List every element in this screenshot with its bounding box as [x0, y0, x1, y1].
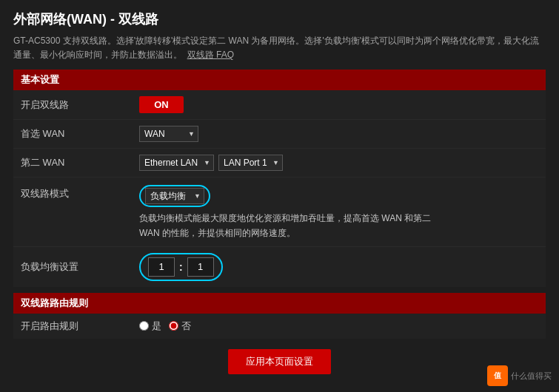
load-balance-control: :: [139, 253, 538, 281]
ratio-colon: :: [179, 261, 183, 273]
secondary-wan-port-select[interactable]: LAN Port 1 LAN Port 2 LAN Port 3: [218, 155, 283, 171]
enable-routing-control: 是 否: [139, 320, 538, 333]
basic-settings-body: 开启双线路 ON 首选 WAN WAN WAN2 第二 WAN: [13, 90, 546, 286]
page-title: 外部网络(WAN) - 双线路: [13, 10, 546, 28]
primary-wan-select[interactable]: WAN WAN2: [139, 126, 198, 142]
apply-button[interactable]: 应用本页面设置: [228, 349, 331, 374]
routing-radio-group: 是 否: [139, 320, 191, 333]
load-balance-label: 负载均衡设置: [21, 260, 139, 274]
watermark-icon: 值: [487, 365, 508, 386]
secondary-wan-control: Ethernet LAN USB LAN Port 1 LAN Port 2 L…: [139, 155, 538, 171]
routing-no-text: 否: [181, 320, 191, 333]
primary-wan-label: 首选 WAN: [21, 127, 139, 141]
enable-dual-wan-control: ON: [139, 96, 538, 113]
enable-dual-wan-label: 开启双线路: [21, 98, 139, 112]
dual-wan-mode-label: 双线路模式: [21, 185, 139, 200]
primary-wan-control: WAN WAN2: [139, 126, 538, 142]
primary-wan-select-wrapper: WAN WAN2: [139, 126, 198, 142]
toggle-on-button[interactable]: ON: [139, 96, 184, 113]
routing-no-radio[interactable]: [169, 321, 178, 331]
mode-select-highlight: 负载均衡 故障转移: [139, 185, 450, 207]
enable-routing-row: 开启路由规则 是 否: [13, 314, 546, 339]
faq-link[interactable]: 双线路 FAQ: [187, 50, 234, 60]
dual-wan-mode-control: 负载均衡 故障转移 负载均衡模式能最大限度地优化资源和增加吞吐量，提高首选 WA…: [139, 185, 538, 240]
secondary-wan-row: 第二 WAN Ethernet LAN USB LAN Port 1 LAN P…: [13, 149, 546, 178]
dual-mode-control: 负载均衡 故障转移 负载均衡模式能最大限度地优化资源和增加吞吐量，提高首选 WA…: [139, 185, 450, 240]
secondary-wan-type-wrapper: Ethernet LAN USB: [139, 155, 214, 171]
routing-rules-header: 双线路路由规则: [13, 293, 546, 314]
ratio-input-1[interactable]: [148, 257, 175, 277]
routing-yes-text: 是: [152, 320, 161, 333]
routing-no-label[interactable]: 否: [169, 320, 191, 333]
secondary-wan-type-select[interactable]: Ethernet LAN USB: [139, 155, 214, 171]
enable-routing-label: 开启路由规则: [21, 320, 139, 333]
page-container: 外部网络(WAN) - 双线路 GT-AC5300 支持双线路。选择'故障转移'…: [0, 0, 559, 392]
description: GT-AC5300 支持双线路。选择'故障转移'模式设定第二 WAN 为备用网络…: [13, 34, 546, 62]
secondary-wan-label: 第二 WAN: [21, 156, 139, 169]
routing-rules-body: 开启路由规则 是 否: [13, 314, 546, 339]
load-balance-row: 负载均衡设置 :: [13, 247, 546, 287]
routing-yes-radio[interactable]: [139, 321, 149, 331]
primary-wan-row: 首选 WAN WAN WAN2: [13, 120, 546, 149]
mode-oval-highlight: 负载均衡 故障转移: [139, 185, 210, 207]
routing-yes-label[interactable]: 是: [139, 320, 161, 333]
secondary-wan-port-wrapper: LAN Port 1 LAN Port 2 LAN Port 3: [218, 155, 283, 171]
basic-settings-header: 基本设置: [13, 70, 546, 90]
watermark-text: 什么值得买: [511, 371, 552, 382]
watermark: 值 什么值得买: [487, 365, 552, 386]
dual-wan-mode-select-wrapper: 负载均衡 故障转移: [145, 188, 204, 204]
enable-dual-wan-row: 开启双线路 ON: [13, 90, 546, 120]
dual-wan-mode-select[interactable]: 负载均衡 故障转移: [145, 188, 204, 204]
ratio-oval-highlight: :: [139, 253, 223, 281]
mode-description: 负载均衡模式能最大限度地优化资源和增加吞吐量，提高首选 WAN 和第二 WAN …: [139, 212, 450, 240]
ratio-input-2[interactable]: [187, 257, 214, 277]
dual-wan-mode-row: 双线路模式 负载均衡 故障转移 负载均衡模式能最大限: [13, 178, 546, 246]
